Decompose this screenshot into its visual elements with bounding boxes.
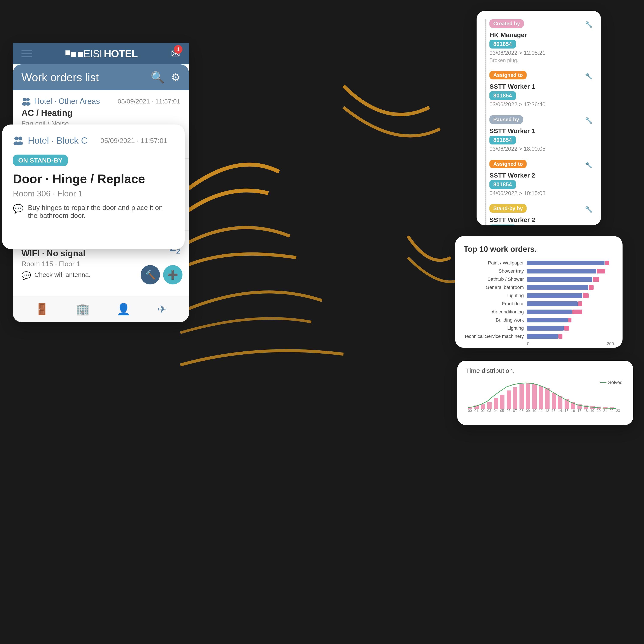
svg-point-0 [23, 98, 26, 101]
menu-button[interactable] [21, 50, 32, 57]
detail-status-badge: ON STAND-BY [13, 155, 68, 166]
bar-pink [568, 318, 571, 322]
activity-worker: HK Manager [489, 31, 592, 39]
item-datetime: 05/09/2021 · 11:57:01 [118, 98, 180, 105]
svg-rect-30 [532, 384, 537, 409]
bar-pink [564, 326, 569, 331]
person-nav-icon[interactable]: 👤 [117, 303, 131, 316]
notification-badge: 1 [174, 45, 182, 54]
filter-icon[interactable]: ⚙ [171, 71, 180, 83]
activity-worker: SSTT Worker 2 [489, 216, 592, 223]
bar-pink [597, 269, 605, 273]
bar-blue [527, 301, 578, 306]
chart-row: Lighting [464, 293, 614, 298]
activity-code: 801854 [489, 225, 516, 225]
chart-x-labels: 0 200 [464, 341, 614, 346]
activity-worker: SSTT Worker 2 [489, 172, 592, 179]
svg-text:00: 00 [468, 409, 472, 413]
chart-row: Bathtub / Shower [464, 276, 614, 282]
wrench-icon: 🔧 [585, 21, 592, 28]
hammer-button[interactable]: 🔨 [141, 265, 160, 284]
plus-button[interactable]: ➕ [163, 265, 182, 284]
svg-rect-27 [513, 387, 517, 409]
building-nav-icon[interactable]: 🏢 [76, 303, 90, 316]
comment-icon: 💬 [21, 271, 31, 280]
item-title: AC / Heating [21, 108, 180, 118]
bar-pink [558, 334, 562, 339]
chart-row: Front door [464, 301, 614, 307]
search-icon[interactable]: 🔍 [151, 71, 165, 84]
bar-blue [527, 310, 572, 314]
svg-text:03: 03 [487, 409, 491, 413]
svg-text:10: 10 [532, 409, 536, 413]
activity-item-assigned1: Assigned to 🔧 SSTT Worker 1 801854 03/06… [485, 71, 592, 108]
bar-pink [583, 293, 589, 298]
item-location: Hotel · Other Areas [21, 97, 100, 106]
svg-text:19: 19 [590, 409, 594, 413]
activity-worker: SSTT Worker 1 [489, 83, 592, 90]
svg-rect-23 [487, 402, 492, 409]
logo-squares [65, 50, 76, 57]
activity-code: 801854 [489, 136, 516, 144]
chart-row: Air conditioning [464, 309, 614, 315]
app-logo: ■EISI HOTEL [65, 48, 138, 60]
svg-rect-32 [545, 388, 550, 409]
chart-row: Technical Service machinery [464, 334, 614, 339]
standby-badge: Stand-by by [489, 204, 527, 213]
detail-title: Door · Hinge / Replace [13, 172, 174, 186]
svg-point-12 [14, 137, 18, 140]
activity-item-standby: Stand-by by 🔧 SSTT Worker 2 801854 04/06… [485, 204, 592, 225]
bar-blue [527, 318, 568, 322]
bar-pink [605, 261, 609, 265]
wrench-icon: 🔧 [585, 117, 592, 124]
bar-blue [527, 326, 564, 331]
chart-row: Shower tray [464, 268, 614, 274]
detail-datetime: 05/09/2021 · 11:57:01 [100, 137, 167, 145]
activity-datetime: 03/06/2022 > 18:00:05 [489, 146, 592, 152]
plane-nav-icon[interactable]: ✈ [157, 303, 167, 316]
svg-text:22: 22 [610, 409, 614, 413]
chart-row: Building work [464, 317, 614, 323]
activity-panel: Created by 🔧 HK Manager 801854 03/06/202… [477, 11, 601, 225]
chart-title: Top 10 work orders. [464, 245, 614, 254]
svg-text:12: 12 [545, 409, 549, 413]
svg-text:20: 20 [597, 409, 601, 413]
logo-eisi: ■EISI [77, 48, 102, 60]
timedist-title: Time distribution. [466, 367, 625, 374]
svg-text:06: 06 [507, 409, 510, 413]
comment-icon: 💬 [13, 204, 24, 220]
legend-solved: Solved [608, 380, 623, 385]
svg-text:07: 07 [513, 409, 517, 413]
activity-datetime: 04/06/2022 > 10:15:08 [489, 190, 592, 197]
assigned-badge: Assigned to [489, 71, 527, 79]
svg-text:17: 17 [577, 409, 581, 413]
bottom-navigation: 🚪 🏢 👤 ✈ [13, 296, 189, 322]
detail-location: Hotel · Block C 05/09/2021 · 11:57:01 [13, 135, 167, 146]
svg-rect-31 [539, 386, 543, 409]
svg-rect-22 [481, 404, 485, 409]
activity-item-created: Created by 🔧 HK Manager 801854 03/06/202… [485, 19, 592, 63]
svg-text:02: 02 [481, 409, 485, 413]
item-title: WIFI · No signal [21, 249, 180, 258]
notifications-icon[interactable]: ✉ 1 [171, 47, 180, 60]
chart-row: Paint / Wallpaper [464, 260, 614, 266]
wrench-icon-2: 🔧 [585, 161, 592, 169]
svg-text:09: 09 [526, 409, 530, 413]
timedist-chart: 00 01 02 03 04 05 06 07 08 09 10 11 12 1… [466, 379, 625, 417]
svg-rect-28 [519, 384, 524, 409]
assigned-badge-2: Assigned to [489, 160, 527, 168]
person-group-icon-detail [13, 135, 24, 146]
paused-badge: Paused by [489, 115, 523, 124]
door-nav-icon[interactable]: 🚪 [35, 303, 49, 316]
activity-worker: SSTT Worker 1 [489, 127, 592, 135]
svg-rect-26 [507, 390, 511, 409]
activity-code: 801854 [489, 91, 516, 100]
action-buttons: 🔨 ➕ [141, 265, 182, 284]
top-bar: ■EISI HOTEL ✉ 1 [13, 43, 189, 64]
activity-item-assigned2: Assigned to 🔧 SSTT Worker 2 801854 04/06… [485, 160, 592, 197]
svg-text:16: 16 [571, 409, 575, 413]
chart-x-label-200: 200 [607, 341, 614, 346]
chart-x-label-0: 0 [527, 341, 529, 346]
svg-text:13: 13 [552, 409, 556, 413]
svg-text:11: 11 [539, 409, 543, 413]
